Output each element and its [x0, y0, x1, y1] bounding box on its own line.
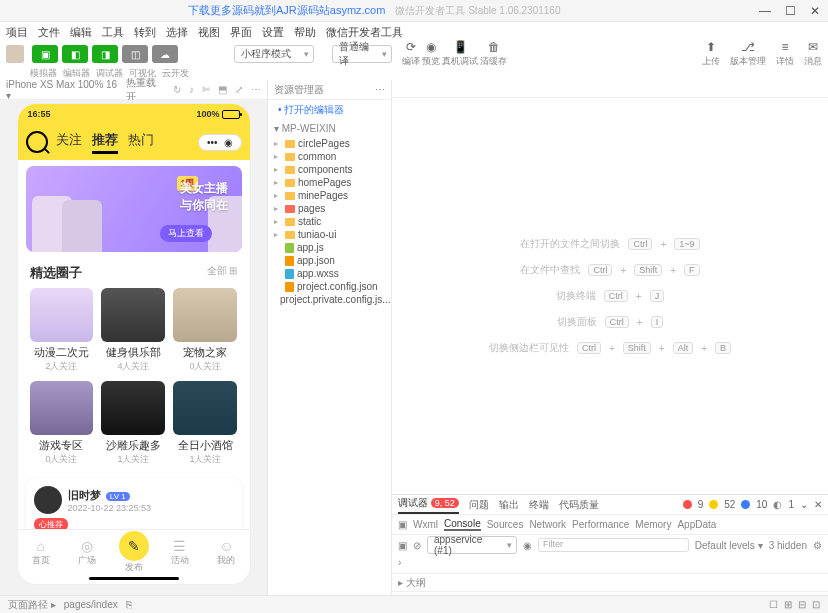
hidden-count[interactable]: 3 hidden	[769, 540, 807, 551]
context-select[interactable]: appservice (#1)	[427, 536, 517, 554]
explorer-more-icon[interactable]: ⋯	[375, 84, 385, 95]
capsule[interactable]: ••• ◉	[198, 134, 242, 151]
devtool-tab[interactable]: 输出	[499, 498, 519, 512]
warn-dot[interactable]	[709, 500, 718, 509]
outline[interactable]: 大纲	[406, 577, 426, 588]
circle-card[interactable]: 沙雕乐趣多1人关注	[97, 377, 169, 470]
panel-tab[interactable]: Memory	[635, 519, 671, 530]
banner-btn[interactable]: 马上查看	[160, 225, 212, 242]
circle-card[interactable]: 全日小酒馆1人关注	[169, 377, 241, 470]
tab[interactable]: 热门	[128, 131, 154, 154]
menu-item[interactable]: 转到	[134, 25, 156, 40]
inspect-icon[interactable]: ▣	[398, 540, 407, 551]
tab[interactable]: 关注	[56, 131, 82, 154]
layout-icon[interactable]: ☐	[769, 599, 778, 610]
btn-sim[interactable]: ▣	[32, 45, 58, 63]
panel-close-icon[interactable]: ✕	[814, 499, 822, 510]
close-sim-icon[interactable]: ⋯	[251, 84, 261, 95]
tab[interactable]: 推荐	[92, 131, 118, 154]
err-dot[interactable]	[683, 500, 692, 509]
menu-item[interactable]: 编辑	[70, 25, 92, 40]
more-icon[interactable]: •••	[207, 137, 218, 148]
tabbar-item[interactable]: ⌂首页	[18, 538, 64, 567]
avatar[interactable]	[6, 45, 24, 63]
folder[interactable]: ▸homePages	[272, 176, 391, 189]
menu-item[interactable]: 设置	[262, 25, 284, 40]
devtool-tab[interactable]: 调试器 9, 52	[398, 496, 459, 514]
rotate-icon[interactable]: ↻	[173, 84, 181, 95]
file[interactable]: app.js	[272, 241, 391, 254]
menu-item[interactable]: 文件	[38, 25, 60, 40]
folder[interactable]: ▸common	[272, 150, 391, 163]
tool-清缓存[interactable]: 🗑	[487, 40, 501, 54]
min-icon[interactable]: —	[759, 4, 771, 18]
tool-详情[interactable]: ≡	[778, 40, 792, 54]
panel-tab[interactable]: Wxml	[413, 519, 438, 530]
device-select[interactable]: iPhone XS Max 100% 16 ▾	[6, 79, 120, 101]
panel-tab[interactable]: Sources	[487, 519, 524, 530]
folder[interactable]: ▸minePages	[272, 189, 391, 202]
settings-icon[interactable]: ⚙	[813, 540, 822, 551]
layout-icon[interactable]: ⊟	[798, 599, 806, 610]
folder[interactable]: ▸components	[272, 163, 391, 176]
project-root[interactable]: ▾ MP-WEIXIN	[268, 120, 391, 137]
file[interactable]: app.wxss	[272, 267, 391, 280]
menu-item[interactable]: 视图	[198, 25, 220, 40]
close-icon[interactable]: ✕	[810, 4, 820, 18]
open-editors[interactable]: • 打开的编辑器	[268, 100, 391, 120]
folder[interactable]: ▸tuniao-ui	[272, 228, 391, 241]
title-link[interactable]: 下载更多源码就到AJR源码站asymz.com	[188, 3, 385, 18]
tabbar-item[interactable]: ☰活动	[157, 538, 203, 567]
circle-card[interactable]: 游戏专区0人关注	[26, 377, 98, 470]
tabbar-item[interactable]: ☺我的	[203, 538, 249, 567]
btn-cloud[interactable]: ☁	[152, 45, 178, 63]
circle-card[interactable]: 宠物之家0人关注	[169, 284, 241, 377]
mute-icon[interactable]: ♪	[189, 84, 194, 95]
section-more[interactable]: 全部 ⊞	[207, 264, 238, 282]
menu-item[interactable]: 选择	[166, 25, 188, 40]
tabbar-item[interactable]: ◎广场	[64, 538, 110, 567]
btn-debug[interactable]: ◨	[92, 45, 118, 63]
copy-icon[interactable]: ⎘	[126, 599, 132, 610]
tool-消息[interactable]: ✉	[806, 40, 820, 54]
folder[interactable]: ▸circlePages	[272, 137, 391, 150]
tool-真机调试[interactable]: 📱	[453, 40, 467, 54]
btn-visual[interactable]: ◫	[122, 45, 148, 63]
collapse-icon[interactable]: ⌄	[800, 499, 808, 510]
tabbar-item[interactable]: ✎发布	[110, 531, 156, 574]
banner[interactable]: 1周 美女主播 与你同在 马上查看	[26, 166, 242, 252]
file[interactable]: app.json	[272, 254, 391, 267]
file[interactable]: project.private.config.js...	[272, 293, 391, 306]
menu-item[interactable]: 界面	[230, 25, 252, 40]
filter-input[interactable]: Filter	[538, 538, 689, 552]
detach-icon[interactable]: ⤢	[235, 84, 243, 95]
tool-编译[interactable]: ⟳	[404, 40, 418, 54]
mode-select[interactable]: 小程序模式	[234, 45, 314, 63]
panel-tab[interactable]: Console	[444, 518, 481, 531]
levels-select[interactable]: Default levels ▾	[695, 540, 763, 551]
layout-icon[interactable]: ⊞	[784, 599, 792, 610]
max-icon[interactable]: ☐	[785, 4, 796, 18]
clear-icon[interactable]: ⊘	[413, 540, 421, 551]
devtool-tab[interactable]: 终端	[529, 498, 549, 512]
search-icon[interactable]	[26, 131, 48, 153]
menu-item[interactable]: 微信开发者工具	[326, 25, 403, 40]
layout-icon[interactable]: ⊡	[812, 599, 820, 610]
panel-tab[interactable]: AppData	[677, 519, 716, 530]
tool-版本管理[interactable]: ⎇	[741, 40, 755, 54]
panel-tab[interactable]: Network	[529, 519, 566, 530]
devtool-tab[interactable]: 问题	[469, 498, 489, 512]
inspect-icon[interactable]: ▣	[398, 519, 407, 530]
menu-item[interactable]: 帮助	[294, 25, 316, 40]
devtool-tab[interactable]: 代码质量	[559, 498, 599, 512]
tool-上传[interactable]: ⬆	[704, 40, 718, 54]
page-path[interactable]: pages/index	[64, 599, 118, 610]
compile-select[interactable]: 普通编译	[332, 45, 392, 63]
menu-item[interactable]: 工具	[102, 25, 124, 40]
folder[interactable]: ▸pages	[272, 202, 391, 215]
btn-edit[interactable]: ◧	[62, 45, 88, 63]
post-avatar[interactable]	[34, 486, 62, 514]
menu-item[interactable]: 项目	[6, 25, 28, 40]
float-icon[interactable]: ⬒	[218, 84, 227, 95]
info-dot[interactable]	[741, 500, 750, 509]
